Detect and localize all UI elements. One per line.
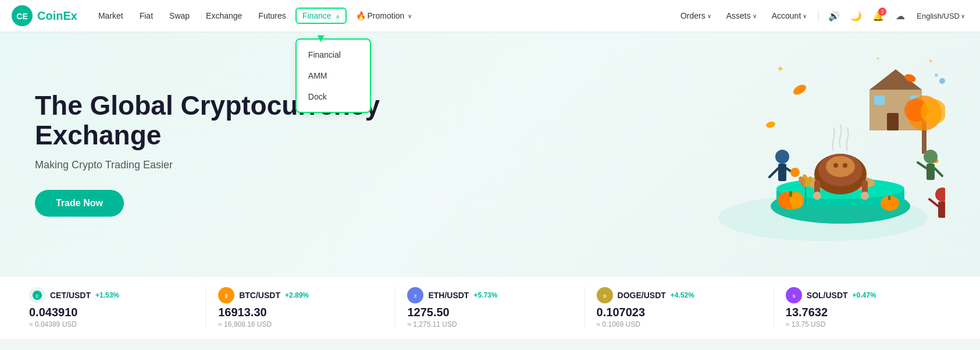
svg-point-10: [833, 163, 838, 168]
svg-point-24: [921, 99, 945, 125]
logo[interactable]: CE CoinEx: [12, 5, 77, 26]
svg-rect-34: [888, 196, 890, 200]
lang-chevron-icon: ∨: [961, 13, 965, 19]
cet-icon: C: [29, 287, 45, 303]
svg-text:C: C: [35, 294, 38, 298]
dropdown-dock[interactable]: Dock: [297, 86, 370, 107]
logo-text: CoinEx: [37, 9, 77, 23]
eth-pair-label: ETH/USDT: [428, 291, 469, 300]
hero-section: The Global Cryptocurrency Exchange Makin…: [0, 31, 980, 276]
nav-orders[interactable]: Orders ∨: [675, 8, 717, 23]
orders-chevron-icon: ∨: [707, 13, 711, 19]
svg-line-46: [929, 199, 938, 206]
logo-icon: CE: [12, 5, 33, 26]
moon-icon: 🌙: [850, 10, 862, 22]
nav-assets[interactable]: Assets ∨: [721, 8, 762, 23]
ticker-cet-pair-row: C CET/USDT +1.53%: [29, 287, 194, 303]
cet-price: 0.043910: [29, 306, 194, 319]
ticker-btc[interactable]: ₿ BTC/USDT +2.89% 16913.30 ≈ 16,908.16 U…: [206, 287, 395, 328]
btc-pair-label: BTC/USDT: [239, 291, 280, 300]
svg-line-42: [918, 162, 926, 168]
svg-point-35: [775, 150, 789, 164]
svg-rect-45: [938, 201, 945, 218]
promotion-chevron-icon: ∨: [408, 13, 412, 19]
doge-change: +4.52%: [671, 291, 694, 299]
sol-usd: ≈ 13.75 USD: [786, 320, 951, 328]
nav-swap[interactable]: Swap: [162, 8, 197, 24]
svg-rect-19: [874, 96, 885, 105]
nav-account[interactable]: Account ∨: [766, 8, 813, 23]
nav-futures[interactable]: Futures: [251, 8, 293, 24]
finance-dropdown: Financial AMM Dock: [295, 38, 371, 113]
ticker-doge[interactable]: D DOGE/USDT +4.52% 0.107023 ≈ 0.1069 USD: [585, 287, 774, 328]
svg-point-44: [935, 188, 945, 201]
ticker-sol-pair-row: S SOL/USDT +0.47%: [786, 287, 951, 303]
nav-exchange[interactable]: Exchange: [199, 8, 249, 24]
cet-usd: ≈ 0.04389 USD: [29, 320, 194, 328]
cloud-icon: ☁: [896, 10, 905, 22]
eth-icon: Ξ: [407, 287, 423, 303]
ticker-doge-pair-row: D DOGE/USDT +4.52%: [597, 287, 762, 303]
dropdown-amm[interactable]: AMM: [297, 65, 370, 86]
doge-pair-label: DOGE/USDT: [618, 291, 666, 300]
fire-icon: 🔥: [356, 11, 366, 20]
sound-button[interactable]: 🔊: [825, 6, 843, 25]
svg-rect-32: [789, 191, 792, 197]
eth-price: 1275.50: [407, 306, 572, 319]
ticker-cet[interactable]: C CET/USDT +1.53% 0.043910 ≈ 0.04389 USD: [17, 287, 206, 328]
main-nav: Market Fiat Swap Exchange Futures Financ…: [91, 8, 675, 24]
hero-svg: ✦ ✦ ✦: [701, 43, 945, 253]
sound-icon: 🔊: [828, 10, 840, 22]
svg-point-55: [939, 78, 945, 84]
svg-rect-18: [887, 113, 899, 130]
svg-point-15: [861, 192, 869, 200]
ticker-eth[interactable]: Ξ ETH/USDT +5.73% 1275.50 ≈ 1,275.11 USD: [395, 287, 585, 328]
svg-point-25: [792, 83, 808, 97]
ticker-bar: C CET/USDT +1.53% 0.043910 ≈ 0.04389 USD…: [0, 276, 980, 339]
doge-icon: D: [597, 287, 613, 303]
right-nav: Orders ∨ Assets ∨ Account ∨ 🔊 🌙 🔔 2 ☁ En…: [675, 6, 968, 25]
nav-promotion[interactable]: 🔥 Promotion ∨: [349, 8, 419, 24]
nav-fiat[interactable]: Fiat: [133, 8, 160, 24]
nav-finance-wrapper: Finance ∧ ▼ Financial AMM Dock: [295, 10, 347, 21]
svg-line-37: [769, 168, 778, 177]
notification-button[interactable]: 🔔 2: [869, 6, 888, 25]
cet-change: +1.53%: [95, 291, 119, 299]
nav-finance[interactable]: Finance ∧: [295, 8, 347, 24]
cloud-button[interactable]: ☁: [891, 6, 910, 25]
svg-text:CE: CE: [16, 12, 27, 21]
svg-point-39: [790, 168, 800, 177]
theme-button[interactable]: 🌙: [847, 6, 865, 25]
nav-divider: [818, 10, 819, 22]
svg-point-56: [935, 73, 938, 77]
svg-text:✦: ✦: [776, 64, 784, 74]
svg-point-40: [924, 150, 938, 164]
eth-usd: ≈ 1,275.11 USD: [407, 320, 572, 328]
assets-chevron-icon: ∨: [753, 13, 757, 19]
dropdown-financial[interactable]: Financial: [297, 44, 370, 65]
nav-market[interactable]: Market: [91, 8, 130, 24]
doge-price: 0.107023: [597, 306, 762, 319]
svg-text:✦: ✦: [928, 57, 933, 65]
language-selector[interactable]: English/USD ∨: [913, 9, 968, 23]
svg-text:S: S: [792, 294, 795, 298]
eth-change: +5.73%: [473, 291, 497, 299]
ticker-sol[interactable]: S SOL/USDT +0.47% 13.7632 ≈ 13.75 USD: [774, 287, 963, 328]
svg-text:Ξ: Ξ: [414, 294, 417, 299]
svg-text:✦: ✦: [875, 55, 880, 62]
btc-usd: ≈ 16,908.16 USD: [218, 320, 383, 328]
ticker-eth-pair-row: Ξ ETH/USDT +5.73%: [407, 287, 572, 303]
hero-subtitle: Making Crypto Trading Easier: [35, 159, 384, 171]
notification-badge: 2: [878, 8, 886, 16]
finance-chevron-icon: ∧: [336, 13, 340, 20]
dropdown-arrow-icon: ▼: [315, 31, 327, 45]
trade-now-button[interactable]: Trade Now: [35, 190, 124, 217]
svg-point-11: [843, 163, 847, 168]
cet-pair-label: CET/USDT: [50, 291, 91, 300]
sol-icon: S: [786, 287, 802, 303]
btc-price: 16913.30: [218, 306, 383, 319]
btc-icon: ₿: [218, 287, 234, 303]
sol-change: +0.47%: [853, 291, 876, 299]
svg-point-27: [765, 121, 776, 129]
svg-line-43: [935, 168, 942, 176]
